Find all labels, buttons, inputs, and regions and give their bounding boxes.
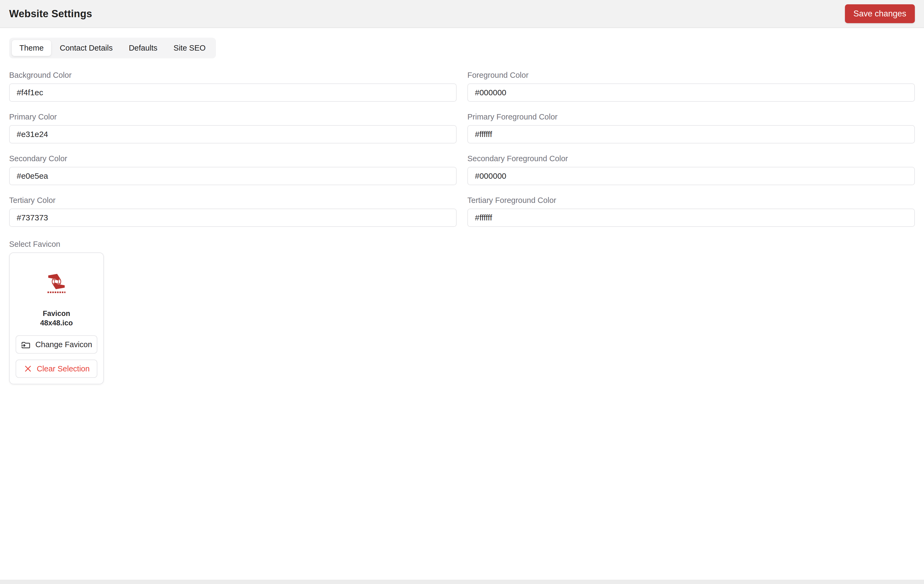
field-tertiary-foreground-color: Tertiary Foreground Color [467,196,915,227]
field-primary-color: Primary Color [9,112,457,144]
page-title: Website Settings [9,8,92,20]
favicon-file-name-line1: Favicon [16,309,97,318]
tab-theme[interactable]: Theme [12,40,51,56]
secondary-foreground-color-input[interactable] [467,167,915,185]
tab-site-seo[interactable]: Site SEO [166,40,213,56]
favicon-file-name-line2: 48x48.ico [16,318,97,328]
close-icon [23,364,33,373]
field-foreground-color: Foreground Color [467,71,915,102]
foreground-color-label: Foreground Color [467,71,915,79]
select-favicon-label: Select Favicon [9,240,915,249]
change-favicon-button[interactable]: Change Favicon [16,335,97,354]
primary-color-label: Primary Color [9,112,457,121]
favicon-file-name: Favicon 48x48.ico [16,309,97,328]
secondary-color-label: Secondary Color [9,154,457,163]
field-primary-foreground-color: Primary Foreground Color [467,112,915,144]
folder-move-icon [21,339,31,349]
clear-selection-button[interactable]: Clear Selection [16,359,97,378]
header-bar: Website Settings Save changes [0,0,924,28]
change-favicon-label: Change Favicon [35,340,92,349]
save-changes-button[interactable]: Save changes [845,4,915,23]
primary-color-input[interactable] [9,125,457,144]
favicon-card: Favicon 48x48.ico Change Favicon [9,252,104,384]
field-tertiary-color: Tertiary Color [9,196,457,227]
tab-contact-details[interactable]: Contact Details [52,40,120,56]
clear-selection-label: Clear Selection [37,364,90,373]
settings-tabbar: Theme Contact Details Defaults Site SEO [9,38,216,58]
theme-color-fields: Background Color Foreground Color Primar… [9,71,915,227]
tab-defaults[interactable]: Defaults [121,40,165,56]
foreground-color-input[interactable] [467,83,915,102]
field-secondary-foreground-color: Secondary Foreground Color [467,154,915,185]
red-globe-ribbon-logo [43,273,70,295]
tertiary-foreground-color-label: Tertiary Foreground Color [467,196,915,205]
primary-foreground-color-input[interactable] [467,125,915,144]
tertiary-foreground-color-input[interactable] [467,208,915,227]
background-color-label: Background Color [9,71,457,79]
background-color-input[interactable] [9,83,457,102]
main-content: Theme Contact Details Defaults Site SEO … [0,28,924,384]
field-background-color: Background Color [9,71,457,102]
favicon-preview-image [16,259,97,309]
website-settings-page: Website Settings Save changes Theme Cont… [0,0,924,580]
tertiary-color-label: Tertiary Color [9,196,457,205]
primary-foreground-color-label: Primary Foreground Color [467,112,915,121]
field-secondary-color: Secondary Color [9,154,457,185]
tertiary-color-input[interactable] [9,208,457,227]
secondary-foreground-color-label: Secondary Foreground Color [467,154,915,163]
secondary-color-input[interactable] [9,167,457,185]
